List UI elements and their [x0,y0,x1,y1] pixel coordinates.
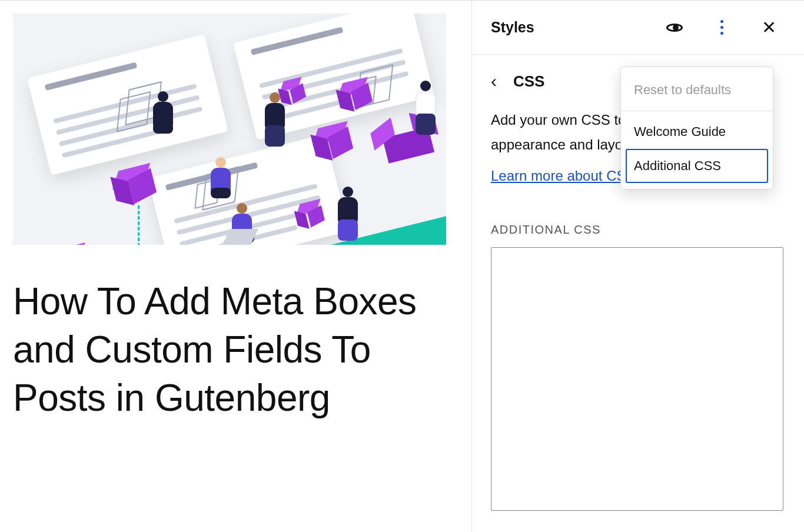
learn-more-link[interactable]: Learn more about CSS [491,168,635,184]
menu-additional-css[interactable]: Additional CSS [626,149,768,183]
post-title[interactable]: How To Add Meta Boxes and Custom Fields … [13,278,448,423]
eye-icon [666,24,683,32]
menu-reset-defaults: Reset to defaults [626,73,768,107]
close-icon: ✕ [762,19,776,36]
close-sidebar-button[interactable]: ✕ [758,17,779,38]
kebab-icon [720,20,723,35]
breadcrumb-label: CSS [513,72,544,91]
back-button[interactable]: ‹ [491,71,497,91]
more-menu-dropdown: Reset to defaults Welcome Guide Addition… [620,66,773,189]
additional-css-label: ADDITIONAL CSS [491,223,785,237]
editor-canvas[interactable]: How To Add Meta Boxes and Custom Fields … [0,1,471,532]
app-root: How To Add Meta Boxes and Custom Fields … [0,0,804,532]
menu-welcome-guide[interactable]: Welcome Guide [626,115,768,149]
sidebar-actions: ✕ [664,17,779,38]
sidebar-title: Styles [491,19,534,36]
featured-image[interactable] [13,14,446,245]
menu-separator [621,111,773,111]
styles-sidebar: Styles ✕ ‹ CSS Add your own CSS to custo… [471,1,804,532]
sidebar-header: Styles ✕ [472,1,804,55]
style-book-button[interactable] [664,17,685,38]
additional-css-input[interactable] [491,247,783,511]
more-menu-button[interactable] [711,17,732,38]
